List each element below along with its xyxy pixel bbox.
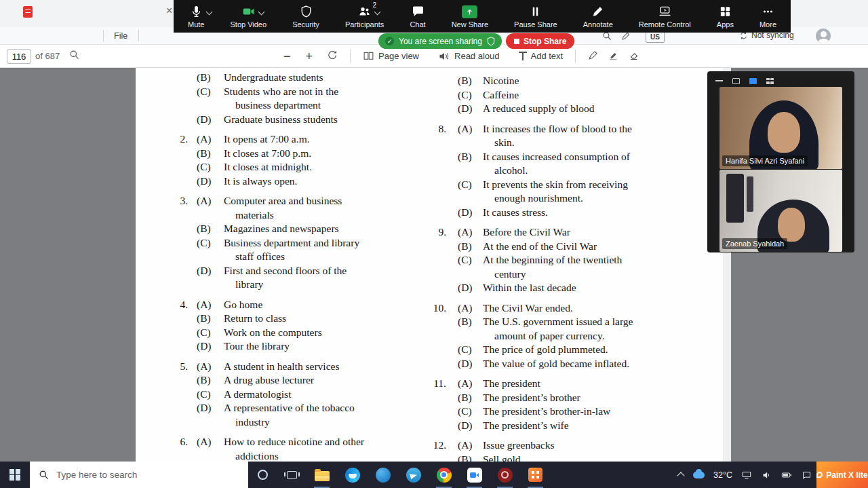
participant-video[interactable]: Zaenab Syahidah <box>719 170 842 252</box>
battery-tray-button[interactable] <box>776 462 797 488</box>
security-button[interactable]: Security <box>289 0 323 33</box>
option-text: It closes at 7:00 p.m. <box>224 147 405 161</box>
action-center-button[interactable] <box>797 462 816 488</box>
blue-app-button[interactable] <box>368 462 398 488</box>
chat-label: Chat <box>410 21 425 29</box>
draw-pen-icon[interactable] <box>588 50 599 63</box>
option-row: (B)Nicotine <box>427 74 675 88</box>
zoom-app-button[interactable] <box>459 462 490 488</box>
annotate-button[interactable]: Annotate <box>580 0 616 33</box>
more-button[interactable]: More <box>756 0 780 33</box>
show-hidden-icons-button[interactable] <box>673 462 688 488</box>
eraser-icon[interactable] <box>629 50 639 63</box>
chevron-down-icon[interactable] <box>374 8 381 15</box>
edge-browser-icon <box>345 468 360 483</box>
gallery-view-icon[interactable] <box>766 78 774 84</box>
option-letter: (D) <box>197 339 224 354</box>
question-block: 9.(A)Before the Civil War(B)At the end o… <box>427 225 675 295</box>
option-letter: (B) <box>458 453 483 462</box>
cortana-button[interactable] <box>248 462 277 488</box>
participants-button[interactable]: 2 Participants <box>342 0 387 33</box>
taskbar-search[interactable] <box>30 462 248 488</box>
search-input[interactable] <box>55 469 227 481</box>
chrome-button[interactable] <box>429 462 459 488</box>
search-icon[interactable] <box>602 31 612 43</box>
close-tab-icon[interactable]: × <box>166 5 172 16</box>
option-text: Work on the computers <box>224 326 405 340</box>
chevron-down-icon[interactable] <box>205 8 212 15</box>
active-view-icon[interactable] <box>749 78 757 84</box>
network-tray-button[interactable] <box>736 462 757 488</box>
option-letter: (B) <box>458 74 483 88</box>
find-in-document-icon[interactable] <box>69 50 79 62</box>
apps-grid-icon <box>717 5 733 18</box>
edge-button[interactable] <box>337 462 368 488</box>
weather-temperature[interactable]: 32°C <box>709 470 736 480</box>
page-view-button[interactable]: Page view <box>363 51 419 62</box>
task-view-button[interactable] <box>277 462 307 488</box>
camera-app-button[interactable] <box>490 462 520 488</box>
option-letter: (A) <box>458 225 483 240</box>
zoom-in-button[interactable]: + <box>306 50 313 62</box>
onedrive-tray-button[interactable] <box>688 462 709 488</box>
chat-button[interactable]: Chat <box>406 0 429 33</box>
remote-control-button[interactable]: Remote Control <box>635 0 694 33</box>
question-block: 10.(A)The Civil War ended.(B)The U.S. go… <box>427 301 675 371</box>
file-explorer-button[interactable] <box>307 462 337 488</box>
messenger-app-button[interactable] <box>398 462 429 488</box>
option-letter: (C) <box>197 326 224 340</box>
highlighter-icon[interactable] <box>608 50 619 63</box>
pause-share-button[interactable]: Pause Share <box>511 0 561 33</box>
pdf-file-icon <box>23 6 33 18</box>
option-letter: (A) <box>197 435 224 449</box>
apps-button[interactable]: Apps <box>713 0 737 33</box>
stop-share-button[interactable]: Stop Share <box>506 33 574 49</box>
option-letter: (D) <box>197 174 224 189</box>
participants-count-badge: 2 <box>373 1 377 9</box>
option-letter: (C) <box>458 88 483 102</box>
participant-video[interactable]: Hanifa Silvi Azri Syafani <box>719 87 842 169</box>
video-thumbnails-panel: Hanifa Silvi Azri Syafani Zaenab Syahida… <box>707 71 854 252</box>
shield-icon <box>298 5 314 18</box>
single-view-icon[interactable] <box>732 78 740 84</box>
option-text: First and second floors of the library <box>224 264 405 292</box>
file-menu[interactable]: File <box>114 31 127 41</box>
option-letter: (C) <box>458 343 483 357</box>
stop-video-label: Stop Video <box>230 21 267 29</box>
option-text: Tour the library <box>224 339 405 354</box>
option-text: At the end of the Civil War <box>483 240 675 254</box>
start-button[interactable] <box>0 462 30 488</box>
pdf-page: (B)Undergraduate students(C)Students who… <box>136 68 723 462</box>
read-aloud-button[interactable]: Read aloud <box>438 51 500 62</box>
option-text: It causes stress. <box>483 206 675 220</box>
option-row: 11.(A)The president <box>427 377 675 391</box>
new-share-button[interactable]: New Share <box>448 0 492 33</box>
minimize-panel-icon[interactable] <box>715 80 723 81</box>
speaker-icon <box>762 470 772 480</box>
option-text: Computer area and business materials <box>224 194 405 222</box>
mute-button[interactable]: Mute <box>184 0 208 33</box>
add-text-button[interactable]: Add text <box>519 51 564 61</box>
option-row: (C)The president’s brother-in-law <box>427 405 675 419</box>
volume-tray-button[interactable] <box>757 462 776 488</box>
reset-zoom-icon[interactable] <box>326 49 338 63</box>
stop-video-button[interactable]: Stop Video <box>226 0 270 33</box>
blue-circle-app-icon <box>376 468 391 483</box>
question-number: 6. <box>171 435 188 449</box>
page-number-input[interactable]: 116 <box>7 49 31 64</box>
orange-app-button[interactable] <box>520 462 551 488</box>
option-row: (C)The price of gold plummeted. <box>427 343 675 357</box>
zoom-out-button[interactable]: − <box>283 50 291 62</box>
option-letter: (C) <box>197 388 224 402</box>
zoom-app-icon <box>467 468 482 483</box>
chevron-down-icon[interactable] <box>258 8 264 15</box>
paint-x-lite-button[interactable]: Paint X lite <box>816 462 868 488</box>
question-number: 5. <box>171 360 188 374</box>
pen-icon[interactable] <box>621 31 631 43</box>
option-row: (D)A representative of the tobacco indus… <box>171 401 405 429</box>
file-explorer-icon <box>315 471 330 481</box>
account-avatar[interactable] <box>816 29 831 43</box>
more-label: More <box>760 21 776 29</box>
option-row: 3.(A)Computer area and business material… <box>171 194 405 222</box>
stop-share-label: Stop Share <box>524 37 566 46</box>
